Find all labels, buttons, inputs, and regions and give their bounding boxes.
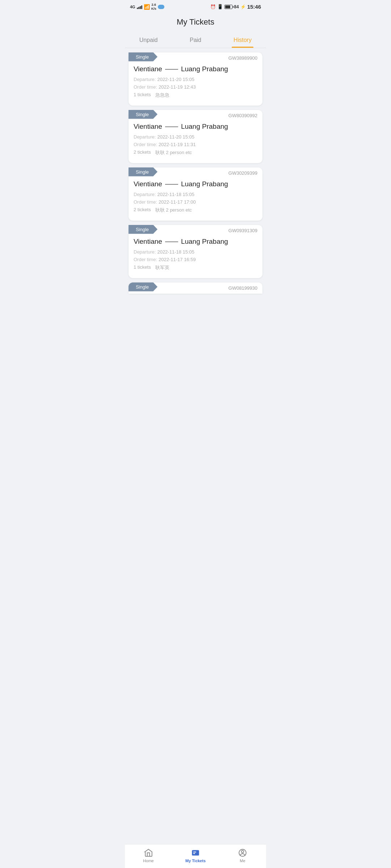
order-time-label: Order time: [134,142,157,147]
departure-value: 2022-11-18 15:05 [157,249,194,255]
card-header: Single GW30209399 [129,167,262,176]
tab-bar: Unpaid Paid History [125,33,266,48]
departure-row: Departure: 2022-11-18 15:05 [134,249,257,255]
passengers: 耿耿 2 person etc [155,207,192,213]
departure-label: Departure: [134,77,156,82]
card-header: Single GW08199930 [129,282,262,292]
person-icon [238,848,247,858]
vibrate-icon: 📱 [217,4,223,9]
order-time-value: 2022-11-19 11:31 [159,142,196,147]
route: Vientiane —— Luang Prabang [134,180,257,188]
from-city: Vientiane [134,123,162,131]
battery-icon [224,5,232,9]
departure-label: Departure: [134,134,156,140]
svg-rect-1 [193,852,197,852]
ticket-list: Single GW38989900 Vientiane —— Luang Pra… [125,48,266,331]
ticket-card-partial[interactable]: Single GW08199930 [129,282,262,294]
svg-rect-0 [192,850,199,855]
ticket-type-badge: Single [129,52,157,61]
charging-icon: ⚡ [240,4,246,9]
order-time-row: Order time: 2022-11-17 16:59 [134,257,257,262]
home-icon [144,848,153,858]
ticket-type-badge: Single [129,110,157,119]
route-arrow: —— [165,238,178,245]
status-right: ⏰ 📱 84 ⚡ 15:46 [210,4,261,10]
departure-label: Departure: [134,249,156,255]
order-time-row: Order time: 2022-11-19 11:31 [134,142,257,147]
to-city: Luang Prabang [181,123,228,131]
departure-value: 2022-11-20 15:05 [157,134,194,140]
route-arrow: —— [165,123,178,130]
passengers-row: 1 tickets 耿军英 [134,264,257,271]
nav-my-tickets[interactable]: My Tickets [172,844,219,868]
order-time-label: Order time: [134,84,157,90]
nav-tickets-label: My Tickets [185,859,206,863]
tab-history[interactable]: History [219,33,266,48]
route: Vientiane —— Luang Prabang [134,65,257,73]
order-time-label: Order time: [134,199,157,205]
svg-point-4 [241,851,244,853]
nav-home-label: Home [143,859,154,863]
nav-home[interactable]: Home [125,844,172,868]
tickets-count: 2 tickets [134,149,151,156]
card-header: Single GW09391309 [129,225,262,234]
nav-me-label: Me [240,859,245,863]
tab-paid[interactable]: Paid [172,33,219,48]
route-arrow: —— [165,180,178,188]
departure-row: Departure: 2022-11-20 15:05 [134,134,257,140]
card-body: Vientiane —— Luang Prabang Departure: 20… [129,234,262,278]
tickets-icon [191,848,200,858]
battery-percent: 84 [234,4,239,9]
signal-bars [137,5,142,9]
passengers-row: 2 tickets 耿耿 2 person etc [134,149,257,156]
bottom-nav: Home My Tickets Me [125,844,266,868]
ticket-card[interactable]: Single GW38989900 Vientiane —— Luang Pra… [129,52,262,106]
order-time-row: Order time: 2022-11-19 12:43 [134,84,257,90]
status-bar: 4G 📶 2.6 K/s ⏰ 📱 84 ⚡ 15:46 [125,0,266,12]
tickets-count: 1 tickets [134,92,151,98]
departure-value: 2022-11-20 15:05 [157,77,194,82]
card-body: Vientiane —— Luang Prabang Departure: 20… [129,61,262,106]
time-display: 15:46 [247,4,261,10]
order-number: GW38989900 [228,52,257,61]
route: Vientiane —— Luang Prabang [134,238,257,246]
order-time-value: 2022-11-17 17:00 [159,199,196,205]
card-header: Single GW38989900 [129,52,262,61]
order-number: GW80390992 [228,110,257,118]
nav-me[interactable]: Me [219,844,266,868]
ticket-type-badge: Single [129,167,157,176]
order-time-value: 2022-11-19 12:43 [159,84,196,90]
cloud-icon [158,5,164,9]
ticket-card[interactable]: Single GW30209399 Vientiane —— Luang Pra… [129,167,262,221]
order-number: GW08199930 [228,282,257,291]
order-number: GW09391309 [228,225,257,233]
departure-row: Departure: 2022-11-20 15:05 [134,77,257,82]
passengers-row: 1 tickets 急急急 [134,92,257,98]
from-city: Vientiane [134,65,162,73]
tickets-count: 2 tickets [134,207,151,213]
to-city: Luang Prabang [181,180,228,188]
card-body: Vientiane —— Luang Prabang Departure: 20… [129,176,262,221]
ticket-type-badge: Single [129,225,157,234]
tickets-count: 1 tickets [134,264,151,271]
page-title: My Tickets [125,12,266,33]
from-city: Vientiane [134,180,162,188]
from-city: Vientiane [134,238,162,246]
ticket-card[interactable]: Single GW80390992 Vientiane —— Luang Pra… [129,110,262,163]
tab-unpaid[interactable]: Unpaid [125,33,172,48]
status-left: 4G 📶 2.6 K/s [130,3,164,11]
to-city: Luang Prabang [181,238,228,246]
route-arrow: —— [165,65,178,73]
passengers: 急急急 [155,92,169,98]
order-number: GW30209399 [228,167,257,176]
order-time-row: Order time: 2022-11-17 17:00 [134,199,257,205]
departure-row: Departure: 2022-11-18 15:05 [134,192,257,197]
alarm-icon: ⏰ [210,4,216,9]
carrier-label: 4G [130,5,135,9]
ticket-type-badge: Single [129,282,157,292]
ticket-card[interactable]: Single GW09391309 Vientiane —— Luang Pra… [129,225,262,278]
card-header: Single GW80390992 [129,110,262,119]
departure-value: 2022-11-18 15:05 [157,192,194,197]
card-body: Vientiane —— Luang Prabang Departure: 20… [129,119,262,163]
order-time-value: 2022-11-17 16:59 [159,257,196,262]
